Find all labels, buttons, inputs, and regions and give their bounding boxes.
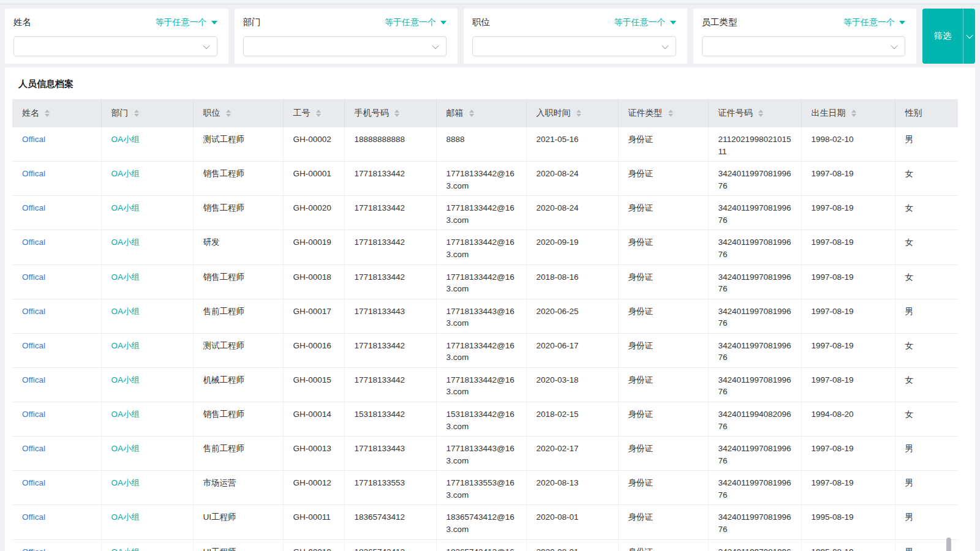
name-filter-select[interactable] xyxy=(13,36,217,56)
employee-link[interactable]: Offical xyxy=(22,238,45,247)
table-row: Offical OA小组 售前工程师 GH-00017 17718133443 … xyxy=(12,299,958,333)
cell-email: 17718133442@163.com xyxy=(436,196,526,230)
sort-icon[interactable] xyxy=(576,110,581,117)
department-link[interactable]: OA小组 xyxy=(111,135,140,144)
filter-button[interactable]: 筛选 xyxy=(922,9,963,64)
sort-icon[interactable] xyxy=(226,110,231,117)
col-header-employee-id[interactable]: 工号 xyxy=(283,99,344,127)
cell-employee-id: GH-00014 xyxy=(283,402,344,437)
col-header-email[interactable]: 邮箱 xyxy=(436,99,526,127)
cell-phone: 17718133443 xyxy=(344,299,436,333)
cell-employee-id: GH-00002 xyxy=(283,127,344,162)
cell-phone: 17718133442 xyxy=(344,264,436,299)
cell-employee-id: GH-00013 xyxy=(283,437,344,471)
cell-department: OA小组 xyxy=(101,471,193,505)
col-header-phone[interactable]: 手机号码 xyxy=(344,99,436,127)
vertical-scrollbar-thumb[interactable] xyxy=(946,538,951,551)
employee-link[interactable]: Offical xyxy=(22,341,45,350)
department-link[interactable]: OA小组 xyxy=(111,478,140,487)
cell-department: OA小组 xyxy=(101,333,193,367)
employee-link[interactable]: Offical xyxy=(22,375,45,384)
cell-birth-date: 1998-02-10 xyxy=(801,127,895,162)
sort-icon[interactable] xyxy=(316,110,321,117)
cell-id-type: 身份证 xyxy=(618,264,708,299)
chevron-down-icon xyxy=(432,42,439,48)
cell-position: 销售工程师 xyxy=(193,162,283,196)
col-header-birth-date[interactable]: 出生日期 xyxy=(801,99,895,127)
col-header-department[interactable]: 部门 xyxy=(101,99,193,127)
employee-link[interactable]: Offical xyxy=(22,203,45,212)
table-row: Offical OA小组 测试工程师 GH-00002 18888888888 … xyxy=(12,127,958,162)
cell-phone: 17718133443 xyxy=(344,437,436,471)
department-link[interactable]: OA小组 xyxy=(111,547,140,551)
cell-id-type: 身份证 xyxy=(618,402,708,437)
cell-birth-date: 1997-08-19 xyxy=(801,367,895,402)
employee-type-filter-select[interactable] xyxy=(702,36,906,56)
department-filter-select[interactable] xyxy=(243,36,447,56)
filter-operator-dropdown[interactable]: 等于任意一个 xyxy=(843,17,905,28)
cell-email: 17718133442@163.com xyxy=(436,367,526,402)
filter-operator-label: 等于任意一个 xyxy=(614,17,666,28)
sort-icon[interactable] xyxy=(758,110,763,117)
department-link[interactable]: OA小组 xyxy=(111,341,140,350)
filter-label: 职位 xyxy=(472,17,490,28)
cell-email: 17718133442@163.com xyxy=(436,162,526,196)
employee-link[interactable]: Offical xyxy=(22,169,45,178)
department-link[interactable]: OA小组 xyxy=(111,410,140,419)
sort-icon[interactable] xyxy=(668,110,673,117)
cell-employee-id: GH-00015 xyxy=(283,367,344,402)
cell-birth-date: 1995-08-19 xyxy=(801,505,895,539)
cell-birth-date: 1997-08-19 xyxy=(801,264,895,299)
cell-position: 售前工程师 xyxy=(193,299,283,333)
col-header-id-type[interactable]: 证件类型 xyxy=(618,99,708,127)
department-link[interactable]: OA小组 xyxy=(111,512,140,522)
filter-operator-dropdown[interactable]: 等于任意一个 xyxy=(614,17,676,28)
cell-id-number: 342401199708199676 xyxy=(708,333,801,367)
table-row: Offical OA小组 售前工程师 GH-00013 17718133443 … xyxy=(12,437,958,471)
department-link[interactable]: OA小组 xyxy=(111,169,140,178)
employee-link[interactable]: Offical xyxy=(22,410,45,419)
filter-group-employee-type: 员工类型 等于任意一个 xyxy=(693,9,917,64)
cell-id-number: 342401199708199676 xyxy=(708,539,801,551)
cell-name: Offical xyxy=(12,437,101,471)
sort-icon[interactable] xyxy=(851,110,856,117)
filter-operator-dropdown[interactable]: 等于任意一个 xyxy=(385,17,447,28)
department-link[interactable]: OA小组 xyxy=(111,444,140,453)
cell-employee-id: GH-00011 xyxy=(283,505,344,539)
table-row: Offical OA小组 UI工程师 GH-00011 18365743412 … xyxy=(12,505,958,539)
filter-button-dropdown[interactable] xyxy=(963,9,975,64)
employee-link[interactable]: Offical xyxy=(22,444,45,453)
department-link[interactable]: OA小组 xyxy=(111,203,140,212)
position-filter-select[interactable] xyxy=(472,36,676,56)
cell-gender: 女 xyxy=(895,162,958,196)
department-link[interactable]: OA小组 xyxy=(111,375,140,384)
department-link[interactable]: OA小组 xyxy=(111,272,140,282)
column-label: 证件类型 xyxy=(628,108,663,119)
cell-phone: 17718133553 xyxy=(344,471,436,505)
sort-icon[interactable] xyxy=(469,110,474,117)
filter-submit-group: 筛选 xyxy=(922,9,975,64)
filter-group-name: 姓名 等于任意一个 xyxy=(5,9,228,64)
sort-icon[interactable] xyxy=(394,110,399,117)
employee-link[interactable]: Offical xyxy=(22,135,45,144)
cell-position: 测试工程师 xyxy=(193,127,283,162)
cell-name: Offical xyxy=(12,299,101,333)
chevron-down-icon xyxy=(662,42,668,48)
col-header-name[interactable]: 姓名 xyxy=(12,99,101,127)
column-label: 证件号码 xyxy=(718,108,753,119)
col-header-hire-date[interactable]: 入职时间 xyxy=(526,99,618,127)
department-link[interactable]: OA小组 xyxy=(111,307,140,316)
sort-icon[interactable] xyxy=(45,110,50,117)
sort-icon[interactable] xyxy=(134,110,139,117)
employee-link[interactable]: Offical xyxy=(22,272,45,282)
filter-operator-dropdown[interactable]: 等于任意一个 xyxy=(156,17,217,28)
col-header-position[interactable]: 职位 xyxy=(193,99,283,127)
filter-operator-label: 等于任意一个 xyxy=(385,17,436,28)
employee-link[interactable]: Offical xyxy=(22,512,45,522)
department-link[interactable]: OA小组 xyxy=(111,238,140,247)
cell-hire-date: 2018-02-15 xyxy=(526,402,618,437)
employee-link[interactable]: Offical xyxy=(22,547,45,551)
employee-link[interactable]: Offical xyxy=(22,307,45,316)
employee-link[interactable]: Offical xyxy=(22,478,45,487)
col-header-id-number[interactable]: 证件号码 xyxy=(708,99,801,127)
